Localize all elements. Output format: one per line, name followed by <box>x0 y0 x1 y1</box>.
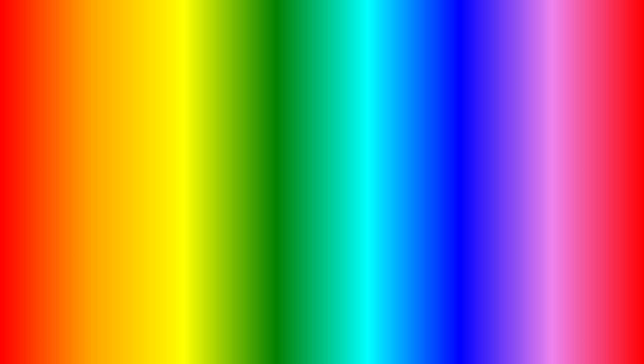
toggle-knob-green <box>456 171 461 177</box>
hours-right: Hours:22:30:08 <box>386 108 413 112</box>
shop-label-left: Shop <box>38 149 47 154</box>
combat-label-left: Combat <box>38 129 52 134</box>
misc-label-left: Misc <box>38 159 46 164</box>
panel-right-content: List Farm Select Monster : ▲ Select Mode… <box>348 124 466 211</box>
avatar-left <box>31 107 38 113</box>
players-right: Players : 1 / 12 <box>438 118 463 122</box>
dungeon-icon-left: ◎ <box>31 140 36 144</box>
combat-icon-left: ✂ <box>31 130 36 134</box>
padohub-label-right: PadoHub <box>320 108 338 112</box>
toggle-knob-2 <box>189 150 194 155</box>
main-title: BLOX FRUITS <box>0 7 644 60</box>
mountain-mid <box>129 268 190 311</box>
padohub-label-left: PadoHub <box>40 108 57 112</box>
sidebar-combat-left[interactable]: ✂ Combat <box>28 127 64 137</box>
toggle-knob-3 <box>189 161 194 166</box>
sidebar-misc-farm[interactable]: ⚒ Misc Farm <box>308 137 348 147</box>
shop-icon-right: 🛒 <box>311 200 316 204</box>
mode-dropdown-arrow[interactable]: ▲ <box>458 143 462 147</box>
logo-text-bl: BL⊗X <box>574 323 617 335</box>
panel-left-body: ✂ Combat ◎ Dungeon 🛒 Shop ⚙ Misc ✓ Check <box>28 124 199 211</box>
panel-right-header: PadoHub 05 January 2023 Hours:22:30:08 P… <box>308 105 466 116</box>
title-area: BLOX FRUITS <box>0 7 644 60</box>
auto-kaitan-toggle[interactable] <box>449 182 462 189</box>
fluxus-text: FLUXUS <box>471 114 577 136</box>
panel-right-header-left: PadoHub <box>311 107 338 113</box>
auto-farm-level-toggle[interactable] <box>449 171 462 177</box>
auto-start-raid-row: Auto Start Raid <box>69 160 195 167</box>
shop-icon-left: 🛒 <box>31 150 36 154</box>
misc-farm-icon: ⚒ <box>311 140 316 144</box>
ping-left: Ping: 100.973 (19%CV) <box>133 108 175 112</box>
dungeon-label-left: Dungeon <box>38 139 54 144</box>
stats-icon: 📈 <box>311 160 316 164</box>
hr-min-sec-left: Hr(s) : 0 Min(s) : 6 Sec(s) : 27 <box>147 118 196 122</box>
misc-farm-label: Misc Farm <box>318 139 337 144</box>
select-monster-label: Select Monster : ▲ <box>352 135 462 139</box>
hours-left: Hours:22:30:49 <box>99 108 127 112</box>
username-left: XxArSendxX <box>38 118 59 122</box>
auto-raid-dungeon-row: Auto Raid Dungeon <box>69 149 195 156</box>
sidebar-check-left[interactable]: ✓ Check <box>28 167 64 177</box>
start-raid-button[interactable]: Start Raid <box>69 172 195 181</box>
bottom-area: AUTO FARM SCRIPT PASTEBIN <box>0 312 644 354</box>
avatar-right <box>311 107 318 113</box>
select-chips-row: Select Chips : Dough ▲ <box>69 139 195 144</box>
date-right: 05 January 2023 <box>347 108 377 112</box>
sidebar-dungeon-left[interactable]: ◎ Dungeon <box>28 137 64 147</box>
weapon-dropdown-arrow[interactable]: ▲ <box>458 151 462 155</box>
panel-left-content: Auto Awakener Select Chips : Dough ▲ Aut… <box>64 124 199 211</box>
sidebar-combat-right[interactable]: ✂ Combat <box>308 147 348 157</box>
panel-left-sidebar: ✂ Combat ◎ Dungeon 🛒 Shop ⚙ Misc ✓ Check <box>28 124 64 211</box>
fluxus-badge: FLUXUS HYDROGEN <box>464 110 584 158</box>
combat-icon-right: ✂ <box>311 150 316 154</box>
blox-fruits-logo: 💀 BL⊗X FRUITS <box>574 282 617 347</box>
select-mode-label: Select Mode Farm : Normal Mode ▲ <box>352 143 462 147</box>
select-weapon-label: Select Weapon : Melee ▲ <box>352 151 462 155</box>
toggle-knob-pink <box>456 183 461 188</box>
main-farm-icon: ⌂ <box>311 130 316 134</box>
fluxus-border: FLUXUS HYDROGEN <box>464 110 584 158</box>
select-mode-row: Select Mode Farm : Normal Mode ▲ <box>352 143 462 147</box>
monster-dropdown-arrow[interactable]: ▲ <box>458 135 462 139</box>
panel-left-sub-header: XxArSendxX Players : 1 / 12 Hr(s) : 0 Mi… <box>28 116 199 124</box>
misc-icon-left: ⚙ <box>31 160 36 164</box>
select-weapon-row: Select Weapon : Melee ▲ <box>352 151 462 155</box>
combat-label-right: Combat <box>318 149 332 154</box>
script-pastebin-text: SCRIPT PASTEBIN <box>324 319 548 347</box>
bead-string <box>480 96 541 102</box>
sidebar-misc-left[interactable]: ⚙ Misc <box>28 157 64 167</box>
sidebar-shop-left[interactable]: 🛒 Shop <box>28 147 64 157</box>
main-farm-section-label: Main Farm <box>352 159 462 169</box>
select-chips-label: Select Chips : Dough <box>69 139 110 144</box>
shop-label-right: Shop <box>318 199 327 204</box>
check-label-left: Check <box>38 169 49 174</box>
username-area-left: XxArSendxX <box>31 117 59 122</box>
panel-left-header-left: PadoHub <box>31 107 57 113</box>
auto-raid-dungeon-label: Auto Raid Dungeon <box>69 150 107 155</box>
sidebar-stats[interactable]: 📈 Stats <box>308 157 348 167</box>
auto-raid-dungeon-toggle[interactable] <box>182 149 195 156</box>
toggle-knob <box>189 129 194 134</box>
list-farm-title: List Farm <box>352 127 462 132</box>
main-farm-label-sidebar: Main Farm <box>318 129 337 134</box>
players-left: Players : 1 / 12 <box>91 118 115 122</box>
fps-left: FPS: 53 <box>182 108 196 112</box>
panel-left: PadoHub 05 January 2023 Hours:22:30:49 P… <box>27 104 200 212</box>
panel-left-header: PadoHub 05 January 2023 Hours:22:30:49 P… <box>28 105 199 116</box>
stats-label: Stats <box>318 159 327 164</box>
auto-start-raid-toggle[interactable] <box>182 160 195 167</box>
auto-awakener-toggle[interactable] <box>182 128 195 135</box>
sidebar-main-farm[interactable]: ⌂ Main Farm <box>308 127 348 137</box>
auto-awakener-row: Auto Awakener <box>69 128 195 135</box>
auto-start-raid-label: Auto Start Raid <box>69 161 98 166</box>
chips-dropdown-arrow[interactable]: ▲ <box>191 140 195 144</box>
auto-farm-level-row: Auto Farm Level <box>352 171 462 177</box>
username-right: XxArSendxX <box>319 118 339 122</box>
panel-right-sub-header: XxArSendxX Players : 1 / 12 <box>308 116 466 124</box>
auto-farm-text: AUTO FARM <box>96 312 314 354</box>
logo-circle: 💀 <box>576 282 616 322</box>
hydrogen-text: HYDROGEN <box>471 136 577 154</box>
avatar-left-2 <box>31 117 36 122</box>
select-monster-row: Select Monster : ▲ <box>352 135 462 139</box>
